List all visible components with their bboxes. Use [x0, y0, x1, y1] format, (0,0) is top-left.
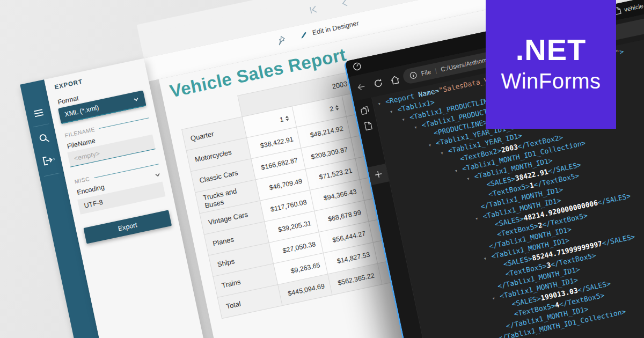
page-indicator[interactable]: 1 / 1: [376, 0, 391, 1]
previous-page-icon: [339, 0, 352, 9]
export-icon: [41, 153, 57, 167]
pin-icon: [275, 34, 287, 46]
sort-icon: [285, 115, 289, 121]
hamburger-icon: [32, 106, 46, 120]
chevron-down-icon: [133, 95, 140, 103]
home-icon: [389, 74, 401, 86]
export-button-label: Export: [118, 221, 138, 232]
home-button[interactable]: [389, 74, 401, 86]
address-divider: |: [435, 67, 437, 74]
sidebar-divider: [44, 173, 60, 177]
first-page-button[interactable]: [307, 3, 320, 16]
chevron-down-icon[interactable]: [154, 171, 162, 179]
info-icon[interactable]: [409, 71, 418, 80]
pencil-icon: [298, 29, 310, 40]
tab-actions-button[interactable]: [351, 60, 364, 73]
format-value: XML (*.xml): [64, 104, 99, 118]
back-button[interactable]: [355, 80, 368, 93]
stage: 1 / 1 Refresh: [0, 0, 644, 338]
pages-icon: [359, 105, 370, 116]
search-button[interactable]: [31, 130, 57, 146]
export-nav-button[interactable]: [35, 152, 62, 168]
search-icon: [37, 131, 51, 145]
encoding-value: UTF-8: [83, 199, 104, 210]
column-header-1-label: 1: [279, 115, 284, 123]
swirl-icon: [351, 60, 364, 73]
xml-tag: >: [619, 47, 625, 56]
previous-page-button[interactable]: [339, 0, 352, 9]
page-indicator-label: 1 / 1: [376, 0, 391, 1]
reload-icon: [372, 77, 385, 90]
document-button[interactable]: [358, 120, 378, 133]
dotnet-winforms-badge: .NET WinForms: [486, 0, 616, 129]
sort-icon: [335, 105, 339, 111]
tabs-overview-button[interactable]: [355, 104, 375, 117]
filename-placeholder: <empty>: [74, 149, 100, 162]
pin-button[interactable]: [275, 34, 287, 46]
export-button[interactable]: Export: [83, 210, 172, 244]
browser-tab-title: vehicle-sales: [624, 0, 644, 12]
menu-button[interactable]: [25, 105, 52, 121]
sidebar-divider: [33, 123, 49, 127]
back-arrow-icon: [355, 80, 368, 93]
reload-button[interactable]: [372, 77, 385, 90]
page-icon: [363, 121, 373, 131]
plus-icon: [374, 170, 383, 179]
first-page-icon: [307, 3, 320, 16]
badge-title: .NET: [516, 32, 587, 67]
column-header-2-label: 2: [329, 105, 334, 113]
badge-subtitle: WinForms: [501, 69, 601, 93]
edit-in-designer-label: Edit in Designer: [312, 19, 360, 36]
address-scheme-label: File: [421, 69, 432, 77]
export-panel-title: EXPORT: [54, 78, 83, 91]
